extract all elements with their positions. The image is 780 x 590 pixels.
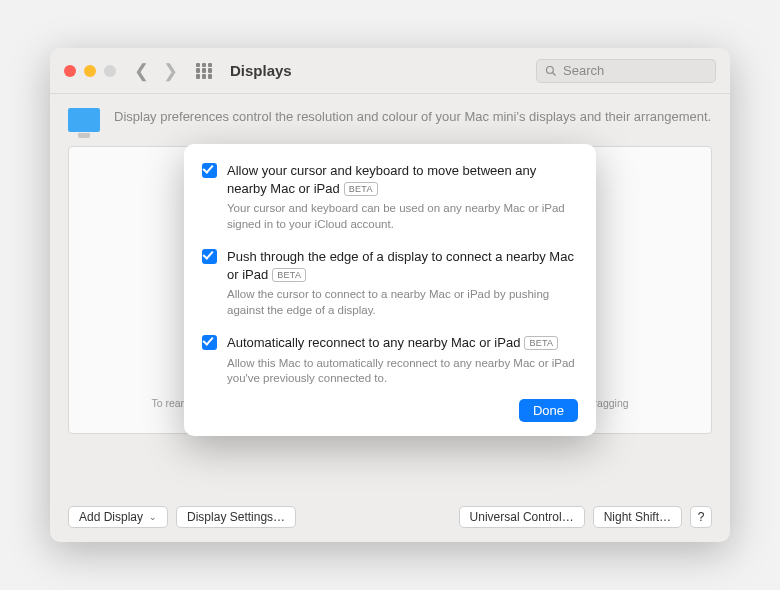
modal-footer: Done — [202, 399, 578, 422]
option-allow-cursor-keyboard: Allow your cursor and keyboard to move b… — [202, 162, 578, 232]
option-title: Automatically reconnect to any nearby Ma… — [227, 334, 578, 352]
option-auto-reconnect: Automatically reconnect to any nearby Ma… — [202, 334, 578, 387]
option-title: Push through the edge of a display to co… — [227, 248, 578, 283]
checkbox-push-through-edge[interactable] — [202, 249, 217, 264]
done-button[interactable]: Done — [519, 399, 578, 422]
option-title: Allow your cursor and keyboard to move b… — [227, 162, 578, 197]
checkbox-auto-reconnect[interactable] — [202, 335, 217, 350]
checkbox-allow-cursor-keyboard[interactable] — [202, 163, 217, 178]
option-description: Allow this Mac to automatically reconnec… — [227, 356, 578, 387]
preferences-window: ❮ ❯ Displays Search Display preferences … — [50, 48, 730, 542]
universal-control-dialog: Allow your cursor and keyboard to move b… — [184, 144, 596, 436]
option-description: Allow the cursor to connect to a nearby … — [227, 287, 578, 318]
beta-badge: BETA — [344, 182, 378, 196]
option-push-through-edge: Push through the edge of a display to co… — [202, 248, 578, 318]
beta-badge: BETA — [524, 336, 558, 350]
beta-badge: BETA — [272, 268, 306, 282]
option-description: Your cursor and keyboard can be used on … — [227, 201, 578, 232]
